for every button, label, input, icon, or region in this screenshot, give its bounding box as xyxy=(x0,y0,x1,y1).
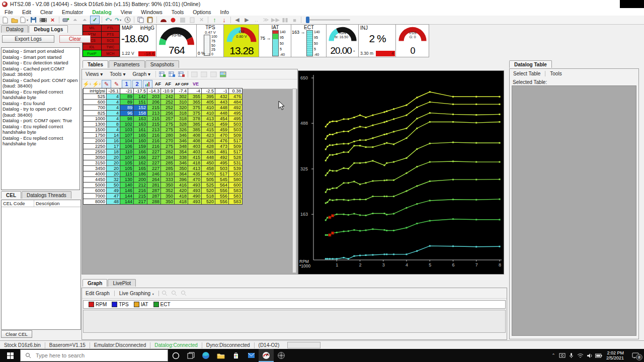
table-cell[interactable]: 281 xyxy=(147,183,161,188)
table-cell[interactable]: 428 xyxy=(202,138,215,144)
tables-menu-views[interactable]: Views ▾ xyxy=(82,71,106,77)
graph-view-toggle[interactable] xyxy=(143,80,152,88)
file-explorer-icon[interactable] xyxy=(213,349,228,362)
table-cell[interactable]: 375 xyxy=(188,111,202,116)
table-cell[interactable]: 152 xyxy=(134,105,147,111)
table-cell[interactable]: 459 xyxy=(215,122,229,127)
menu-edit[interactable]: Edit xyxy=(18,9,36,15)
table-cell[interactable]: 473 xyxy=(215,144,229,149)
table-cell[interactable]: 215 xyxy=(134,194,147,199)
table-cell[interactable]: 413 xyxy=(202,116,215,122)
table-cell[interactable]: 450 xyxy=(202,160,215,166)
col-header[interactable]: -14.3 xyxy=(147,88,161,94)
row-header[interactable]: 1000 xyxy=(84,116,107,122)
table-cell[interactable]: 4 xyxy=(107,100,120,105)
table-cell[interactable]: 448 xyxy=(215,111,229,116)
tables-menu-graph[interactable]: Graph ▾ xyxy=(129,71,154,77)
table-cell[interactable]: 481 xyxy=(215,149,229,155)
table-cell[interactable]: 408 xyxy=(188,133,202,138)
table-cell[interactable]: 350 xyxy=(175,166,188,171)
table-image-icon[interactable] xyxy=(219,70,227,78)
table-cell[interactable]: 354 xyxy=(175,149,188,155)
table-cell[interactable]: 375 xyxy=(188,105,202,111)
table-cell[interactable]: 165 xyxy=(134,133,147,138)
table-cell[interactable]: 242 xyxy=(161,94,175,100)
af-button-2[interactable]: AF xyxy=(164,80,173,88)
tables-menu-tools[interactable]: Tools ▾ xyxy=(106,71,129,77)
save-icon[interactable] xyxy=(29,16,38,24)
table-cell[interactable]: 163 xyxy=(134,116,147,122)
table-cell[interactable]: 413 xyxy=(188,166,202,171)
table-cell[interactable]: 89 xyxy=(120,100,134,105)
clear-cel-button[interactable]: Clear CEL xyxy=(1,330,32,338)
menu-options[interactable]: Options xyxy=(188,9,215,15)
table-cell[interactable]: 415 xyxy=(202,122,215,127)
table-cell[interactable]: 216 xyxy=(147,138,161,144)
table-cell[interactable]: 216 xyxy=(147,133,161,138)
table-cell[interactable]: 490 xyxy=(188,194,202,199)
undo-icon[interactable]: ↶▾ xyxy=(104,16,113,24)
table-cell[interactable]: 158 xyxy=(134,111,147,116)
col-header[interactable]: 0.38 xyxy=(229,88,243,94)
table-cell[interactable]: 215 xyxy=(147,116,161,122)
table-cell[interactable]: 365 xyxy=(188,100,202,105)
table-cell[interactable]: 539 xyxy=(229,166,243,171)
cel-code-column[interactable]: CEL Code xyxy=(2,200,34,207)
row-header[interactable]: 700 xyxy=(84,105,107,111)
table-cell[interactable]: 492 xyxy=(215,155,229,160)
table-cell[interactable]: 16 xyxy=(107,138,120,144)
table-cell[interactable]: 89 xyxy=(120,105,134,111)
table-cell[interactable]: 517 xyxy=(215,171,229,177)
tab-datalog[interactable]: Datalog xyxy=(1,25,28,33)
table-cell[interactable]: 163 xyxy=(134,122,147,127)
datalog-table-menu-tools[interactable]: Tools xyxy=(546,70,565,77)
tray-volume-icon[interactable] xyxy=(585,349,594,362)
table-cell[interactable]: 103 xyxy=(120,127,134,133)
search-input[interactable] xyxy=(35,352,152,359)
table-cell[interactable]: 216 xyxy=(147,144,161,149)
table-cell[interactable]: 556 xyxy=(215,188,229,194)
fuel-table[interactable]: inHg/psi-26.1-21-17.5-14.3-10.9-7.4-4-2.… xyxy=(83,88,243,205)
table-cell[interactable]: 282 xyxy=(161,149,175,155)
table-cell[interactable]: 476 xyxy=(215,138,229,144)
table-cell[interactable]: 564 xyxy=(215,183,229,188)
table-cell[interactable]: 348 xyxy=(175,144,188,149)
table-cell[interactable]: 435 xyxy=(188,171,202,177)
row-header[interactable]: 2250 xyxy=(84,144,107,149)
table-cell[interactable]: 415 xyxy=(202,127,215,133)
table-cell[interactable]: 256 xyxy=(161,111,175,116)
row-header[interactable]: 4450 xyxy=(84,177,107,183)
notification-center-icon[interactable]: 8 xyxy=(627,349,644,362)
legend-item-tps[interactable]: TPS xyxy=(112,302,128,307)
table-cell[interactable]: 484 xyxy=(229,100,243,105)
row-header[interactable]: 3050 xyxy=(84,155,107,160)
tray-network-icon[interactable] xyxy=(576,349,585,362)
table-cell[interactable]: 14 xyxy=(107,133,120,138)
col-header[interactable]: -26.1 xyxy=(107,88,120,94)
tab-snapshots[interactable]: Snapshots xyxy=(145,60,179,68)
table-cell[interactable]: 160 xyxy=(134,138,147,144)
datalog-log-list[interactable]: Datalog - Smart port enabledDatalog - Sm… xyxy=(1,47,80,190)
table-cell[interactable]: 213 xyxy=(147,127,161,133)
table-cell[interactable]: 146 xyxy=(120,188,134,194)
menu-view[interactable]: View xyxy=(116,9,137,15)
table-cell[interactable]: 328 xyxy=(175,122,188,127)
af-off-button[interactable]: AF OFF xyxy=(174,80,190,88)
table-cell[interactable]: 470 xyxy=(215,133,229,138)
table-cell[interactable]: 493 xyxy=(188,188,202,194)
menu-file[interactable]: File xyxy=(0,9,18,15)
table-cell[interactable]: 333 xyxy=(161,177,175,183)
quick-fuel-1-icon[interactable]: ⚡1 xyxy=(83,80,91,88)
table-cell[interactable]: 227 xyxy=(147,160,161,166)
table-cell[interactable]: 509 xyxy=(229,144,243,149)
table-cell[interactable]: 310 xyxy=(161,171,175,177)
menu-datalog[interactable]: Datalog xyxy=(88,9,116,15)
tray-display-icon[interactable] xyxy=(558,349,567,362)
table-cell[interactable]: 217 xyxy=(134,199,147,205)
table-cell[interactable]: 520 xyxy=(202,188,215,194)
selected-table-area[interactable] xyxy=(512,85,636,336)
table-cell[interactable]: 403 xyxy=(188,144,202,149)
copy-icon[interactable] xyxy=(136,16,145,24)
table-cell[interactable]: 215 xyxy=(147,122,161,127)
table-cell[interactable]: 410 xyxy=(202,105,215,111)
